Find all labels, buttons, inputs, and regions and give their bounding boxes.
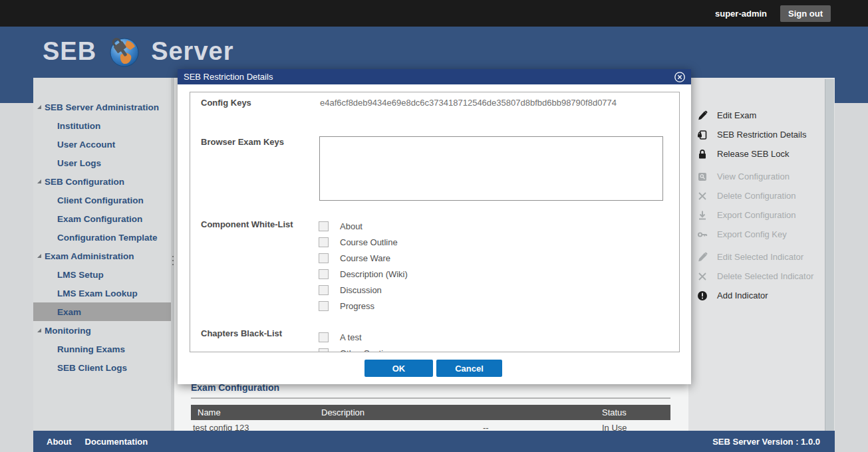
brand-text-server: Server (151, 37, 233, 66)
vertical-scrollbar[interactable] (825, 79, 834, 431)
action-delete-selected-indicator[interactable]: Delete Selected Indicator (688, 267, 835, 286)
sidebar-item-configuration-template[interactable]: Configuration Template (33, 228, 171, 247)
browser-exam-keys-label: Browser Exam Keys (201, 137, 284, 147)
sidebar-item-exam-administration[interactable]: Exam Administration (33, 247, 171, 265)
x-icon (697, 271, 708, 282)
sidebar-item-monitoring[interactable]: Monitoring (33, 321, 171, 340)
pencil-icon (697, 110, 708, 121)
tree-expanded-triangle-icon (37, 179, 41, 183)
sidebar-navigation: SEB Server Administration Institution Us… (33, 78, 171, 431)
action-edit-exam[interactable]: Edit Exam (688, 106, 835, 125)
lock-icon (697, 149, 708, 160)
tree-expanded-triangle-icon (37, 328, 41, 332)
key-icon (697, 229, 708, 240)
checkbox-row-description-wiki: Description (Wiki) (319, 267, 408, 281)
footer-version: SEB Server Version : 1.0.0 (712, 437, 820, 447)
exclamation-circle-icon (697, 290, 708, 301)
sidebar-item-user-logs[interactable]: User Logs (33, 154, 171, 172)
column-header-status[interactable]: Status (602, 407, 627, 417)
checkbox-row-other-section: Other Section (319, 346, 393, 352)
globe-lock-logo-icon (107, 35, 140, 68)
pencil-icon (697, 252, 708, 263)
checkbox-other-section[interactable] (319, 348, 329, 353)
table-header-row: Name Description Status (191, 405, 670, 420)
sidebar-item-running-exams[interactable]: Running Exams (33, 340, 171, 358)
download-icon (697, 210, 708, 221)
seb-restriction-details-dialog: SEB Restriction Details Config Keys e4af… (178, 69, 691, 384)
topbar: super-admin Sign out (0, 0, 868, 27)
checkbox-row-course-outline: Course Outline (319, 235, 398, 249)
restriction-icon (697, 130, 708, 140)
app-logo: SEB Server (43, 35, 233, 68)
action-delete-configuration[interactable]: Delete Configuration (688, 186, 835, 205)
sidebar-item-seb-server-administration[interactable]: SEB Server Administration (33, 98, 171, 116)
footer-link-documentation[interactable]: Documentation (85, 437, 148, 447)
action-pane: Edit Exam SEB Restriction Details Releas… (688, 78, 835, 431)
checkbox-description-wiki[interactable] (319, 269, 329, 279)
dialog-form-panel: Config Keys e4af6cf8deb9434e69e8dc6c3734… (190, 92, 680, 352)
action-view-configuration[interactable]: View Configuration (688, 167, 835, 186)
tree-expanded-triangle-icon (37, 105, 41, 109)
sidebar-item-client-configuration[interactable]: Client Configuration (33, 191, 171, 209)
checkbox-progress[interactable] (319, 301, 329, 311)
sidebar-item-exam-configuration[interactable]: Exam Configuration (33, 209, 171, 228)
checkbox-row-progress: Progress (319, 299, 374, 312)
checkbox-row-about: About (319, 219, 362, 233)
brand-text-seb: SEB (43, 37, 96, 66)
config-keys-label: Config Keys (201, 98, 251, 108)
action-export-configuration[interactable]: Export Configuration (688, 205, 835, 225)
action-seb-restriction-details[interactable]: SEB Restriction Details (688, 125, 835, 144)
x-icon (697, 191, 708, 201)
checkbox-row-discussion: Discussion (319, 283, 382, 296)
config-keys-value: e4af6cf8deb9434e69e8dc6c373418712546de35… (320, 98, 617, 108)
sidebar-item-lms-setup[interactable]: LMS Setup (33, 265, 171, 284)
logged-in-username: super-admin (715, 9, 767, 19)
action-export-config-key[interactable]: Export Config Key (688, 225, 835, 244)
checkbox-course-outline[interactable] (319, 237, 329, 247)
sidebar-item-seb-client-logs[interactable]: SEB Client Logs (33, 358, 171, 377)
column-header-description[interactable]: Description (321, 407, 364, 417)
action-release-seb-lock[interactable]: Release SEB Lock (688, 144, 835, 164)
browser-exam-keys-input[interactable] (319, 136, 663, 201)
sidebar-item-user-account[interactable]: User Account (33, 135, 171, 154)
sidebar-item-exam[interactable]: Exam (33, 302, 171, 321)
view-icon (697, 171, 708, 182)
footer: About Documentation SEB Server Version :… (33, 431, 835, 452)
ok-button[interactable]: OK (364, 360, 433, 377)
checkbox-a-test[interactable] (319, 332, 329, 342)
checkbox-about[interactable] (319, 221, 329, 231)
sidebar-item-institution[interactable]: Institution (33, 116, 171, 135)
chapters-blacklist-label: Chapters Black-List (201, 328, 282, 338)
action-edit-selected-indicator[interactable]: Edit Selected Indicator (688, 247, 835, 267)
cancel-button[interactable]: Cancel (436, 360, 502, 377)
close-icon[interactable] (674, 71, 686, 83)
sidebar-item-seb-configuration[interactable]: SEB Configuration (33, 172, 171, 191)
action-add-indicator[interactable]: Add Indicator (688, 286, 835, 305)
checkbox-discussion[interactable] (319, 285, 329, 295)
footer-link-about[interactable]: About (47, 437, 72, 447)
checkbox-course-ware[interactable] (319, 253, 329, 263)
section-divider (191, 397, 670, 399)
checkbox-row-a-test: A test (319, 330, 362, 344)
sidebar-item-lms-exam-lookup[interactable]: LMS Exam Lookup (33, 284, 171, 302)
dialog-titlebar: SEB Restriction Details (178, 69, 691, 84)
column-header-name[interactable]: Name (198, 407, 221, 417)
dialog-title: SEB Restriction Details (184, 72, 273, 82)
component-whitelist-label: Component White-List (201, 219, 293, 229)
checkbox-row-course-ware: Course Ware (319, 251, 390, 265)
sign-out-button[interactable]: Sign out (780, 5, 831, 22)
tree-expanded-triangle-icon (37, 254, 41, 258)
